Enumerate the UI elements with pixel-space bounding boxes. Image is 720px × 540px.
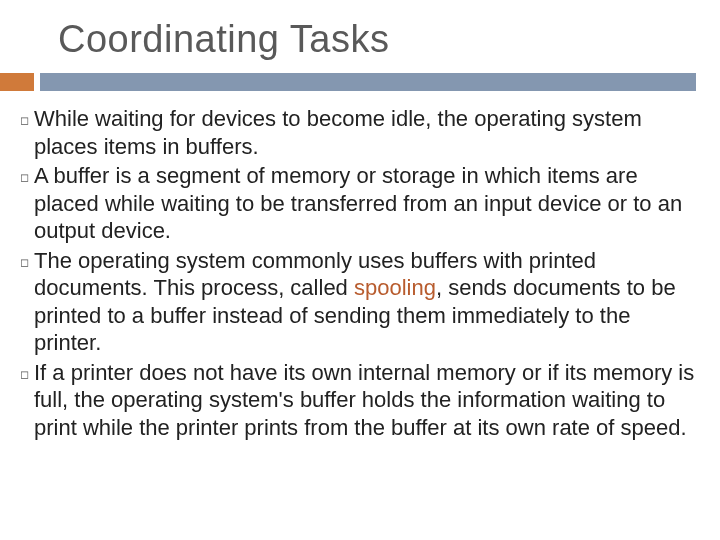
list-item: ◻ A buffer is a segment of memory or sto… (14, 162, 702, 245)
divider-bar (40, 73, 696, 91)
divider (0, 73, 720, 91)
list-item: ◻ While waiting for devices to become id… (14, 105, 702, 160)
bullet-text: While waiting for devices to become idle… (34, 105, 702, 160)
bullet-text: A buffer is a segment of memory or stora… (34, 162, 702, 245)
bullet-icon: ◻ (14, 105, 34, 134)
bullet-icon: ◻ (14, 247, 34, 276)
divider-accent (0, 73, 34, 91)
bullet-text: If a printer does not have its own inter… (34, 359, 702, 442)
content-area: ◻ While waiting for devices to become id… (0, 105, 720, 441)
slide-title: Coordinating Tasks (0, 0, 720, 67)
slide: Coordinating Tasks ◻ While waiting for d… (0, 0, 720, 540)
highlight-term: spooling (354, 275, 436, 300)
list-item: ◻ The operating system commonly uses buf… (14, 247, 702, 357)
bullet-icon: ◻ (14, 359, 34, 388)
bullet-icon: ◻ (14, 162, 34, 191)
bullet-text: The operating system commonly uses buffe… (34, 247, 702, 357)
list-item: ◻ If a printer does not have its own int… (14, 359, 702, 442)
